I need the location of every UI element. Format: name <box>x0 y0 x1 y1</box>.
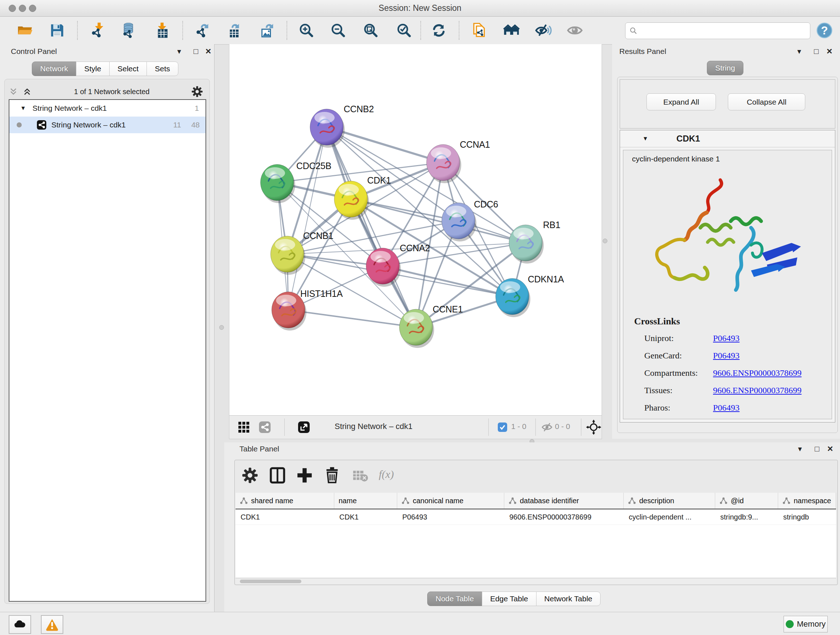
panel-close-button[interactable]: ✕ <box>205 46 212 57</box>
pan-tool-button[interactable] <box>586 420 601 436</box>
network-collection-row[interactable]: ▼ String Network – cdk1 1 <box>9 100 205 117</box>
search-input[interactable] <box>638 27 798 35</box>
first-neighbors-button[interactable] <box>503 21 521 40</box>
network-edge-CCNB2-HIST1H1A[interactable] <box>288 127 327 310</box>
network-node-CDC25B[interactable] <box>261 165 295 203</box>
tab-edge-table[interactable]: Edge Table <box>482 592 537 606</box>
panel-menu-button[interactable]: ▾ <box>798 443 802 454</box>
zoom-in-button[interactable] <box>297 21 316 40</box>
crosslink-value[interactable]: P06493 <box>713 403 739 413</box>
zoom-selected-button[interactable] <box>395 21 413 40</box>
network-node-CDKN1A[interactable] <box>496 279 531 317</box>
network-row[interactable]: String Network – cdk1 11 48 <box>9 117 205 133</box>
network-badge-button[interactable] <box>258 421 271 435</box>
column-header-shared-name[interactable]: shared name <box>235 493 334 509</box>
network-node-CCNB2[interactable] <box>310 109 345 148</box>
show-columns-button[interactable] <box>269 467 286 484</box>
search-field[interactable] <box>625 22 810 39</box>
table-row[interactable]: CDK1CDK1P064939606.ENSP00000378699cyclin… <box>235 509 836 525</box>
network-canvas[interactable]: CCNB2CCNA1CDC25BCDK1CDC6RB1CCNB1CCNA2CDK… <box>229 44 602 416</box>
scrollbar-thumb[interactable] <box>240 580 302 583</box>
column-header-namespace[interactable]: namespace <box>778 493 836 509</box>
tab-network[interactable]: Network <box>32 62 76 76</box>
table-horizontal-scrollbar[interactable] <box>235 578 836 584</box>
table-cell[interactable]: 9606.ENSP00000378699 <box>504 509 624 524</box>
network-edge-HIST1H1A-CCNE1[interactable] <box>288 310 416 327</box>
clone-network-button[interactable] <box>470 21 488 40</box>
panel-float-button[interactable]: □ <box>814 46 819 57</box>
panel-float-button[interactable]: □ <box>815 443 819 454</box>
table-cell[interactable]: stringdb <box>778 509 836 524</box>
function-builder-button[interactable]: f(x) <box>379 468 394 480</box>
network-node-CDK1[interactable] <box>334 181 369 220</box>
import-network-button[interactable] <box>89 21 107 40</box>
panel-menu-button[interactable]: ▾ <box>177 46 181 57</box>
tab-select[interactable]: Select <box>109 62 147 76</box>
panel-close-button[interactable]: ✕ <box>826 46 833 57</box>
memory-button[interactable]: Memory <box>783 616 828 632</box>
import-network-from-database-button[interactable] <box>119 21 137 40</box>
collapse-all-icon[interactable] <box>8 86 19 97</box>
table-cell[interactable]: cyclin-dependent ... <box>624 509 715 524</box>
expand-all-button[interactable]: Expand All <box>646 93 716 111</box>
create-column-button[interactable] <box>296 467 313 484</box>
table-cell[interactable]: CDK1 <box>235 509 334 524</box>
tab-network-table[interactable]: Network Table <box>536 592 601 606</box>
column-header-name[interactable]: name <box>334 493 397 509</box>
section-expander-icon[interactable]: ▼ <box>643 135 648 142</box>
import-network-icon <box>89 22 107 39</box>
table-cell[interactable]: P06493 <box>397 509 504 524</box>
crosslink-value[interactable]: 9606.ENSP00000378699 <box>713 368 802 378</box>
vertical-splitter-handle[interactable] <box>603 239 607 243</box>
tab-style[interactable]: Style <box>76 62 110 76</box>
cloud-status-button[interactable] <box>9 615 31 634</box>
crosslink-value[interactable]: P06493 <box>713 333 739 343</box>
panel-close-button[interactable]: ✕ <box>827 443 834 454</box>
grid-view-button[interactable] <box>237 421 250 435</box>
save-session-button[interactable] <box>48 21 66 40</box>
crosslink-value[interactable]: P06493 <box>713 351 739 361</box>
panel-float-button[interactable]: □ <box>194 46 198 57</box>
table-options-button[interactable] <box>241 467 259 484</box>
network-node-CCNE1[interactable] <box>399 309 434 348</box>
column-header-description[interactable]: description <box>624 493 715 509</box>
network-node-CCNA1[interactable] <box>426 144 461 183</box>
zoom-fit-button[interactable] <box>362 21 380 40</box>
tab-string[interactable]: String <box>707 61 744 75</box>
apply-layout-button[interactable] <box>430 21 448 40</box>
export-network-button[interactable] <box>194 21 212 40</box>
tab-node-table[interactable]: Node Table <box>427 592 482 606</box>
column-header-database-identifier[interactable]: database identifier <box>504 493 624 509</box>
import-table-button[interactable] <box>152 21 170 40</box>
expand-all-icon[interactable] <box>22 86 33 97</box>
zoom-out-button[interactable] <box>329 21 347 40</box>
collapse-all-button[interactable]: Collapse All <box>728 93 805 111</box>
tree-expander-icon[interactable]: ▼ <box>20 105 26 111</box>
export-table-button[interactable] <box>224 21 242 40</box>
selected-checkbox[interactable] <box>497 422 508 434</box>
birdseye-view-button[interactable] <box>297 421 310 435</box>
column-type-icon <box>783 497 790 505</box>
help-button[interactable]: ? <box>815 21 834 40</box>
gear-icon[interactable] <box>191 86 203 98</box>
network-edge-CCNA2-CDKN1A[interactable] <box>383 266 512 296</box>
vertical-splitter-handle[interactable] <box>219 325 224 330</box>
table-cell[interactable]: CDK1 <box>334 509 397 524</box>
show-all-button[interactable] <box>566 21 584 40</box>
crosslink-value[interactable]: 9606.ENSP00000378699 <box>713 386 802 395</box>
delete-table-button[interactable] <box>352 467 369 484</box>
warning-status-button[interactable] <box>41 615 63 634</box>
delete-column-button[interactable] <box>324 467 341 484</box>
hide-selected-button[interactable] <box>534 21 552 40</box>
panel-menu-button[interactable]: ▾ <box>797 46 801 57</box>
network-node-RB1[interactable] <box>509 225 544 264</box>
column-header-canonical-name[interactable]: canonical name <box>397 493 504 509</box>
open-session-button[interactable] <box>16 21 34 40</box>
tab-sets[interactable]: Sets <box>147 62 178 76</box>
export-image-button[interactable] <box>257 21 276 40</box>
table-cell[interactable]: stringdb:9... <box>715 509 778 524</box>
network-node-CDC6[interactable] <box>442 203 477 241</box>
node-section-header[interactable]: ▼ CDK1 <box>620 130 835 147</box>
column-header--id[interactable]: @id <box>715 493 778 509</box>
column-header-label: shared name <box>251 497 294 505</box>
